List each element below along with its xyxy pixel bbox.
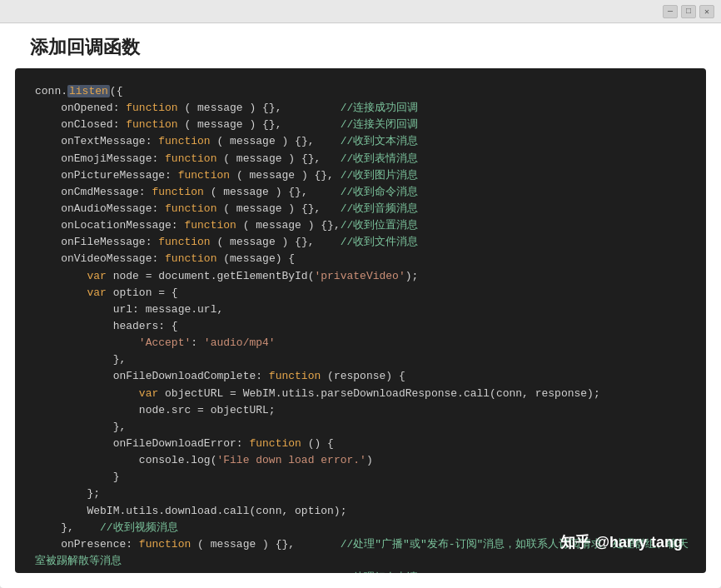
code-line-11: onVideoMessage: function (message) { xyxy=(35,251,686,267)
code-line-16: 'Accept': 'audio/mp4' xyxy=(35,335,686,351)
code-block: conn.listen({ onOpened: function ( messa… xyxy=(15,68,706,573)
code-line-22: onFileDownloadError: function () { xyxy=(35,436,686,452)
code-line-13: var option = { xyxy=(35,285,686,301)
code-line-24: } xyxy=(35,469,686,486)
close-button[interactable]: ✕ xyxy=(699,5,714,18)
code-line-8: onAudioMessage: function ( message ) {},… xyxy=(35,201,686,217)
titlebar-controls: — □ ✕ xyxy=(663,5,714,18)
code-line-9: onLocationMessage: function ( message ) … xyxy=(35,217,686,234)
watermark: 知乎 @harry tang xyxy=(560,531,683,555)
code-line-7: onCmdMessage: function ( message ) {}, /… xyxy=(35,184,686,201)
code-line-15: headers: { xyxy=(35,318,686,335)
maximize-button[interactable]: □ xyxy=(681,5,696,18)
page-title: 添加回调函数 xyxy=(0,23,721,68)
code-line-29: 室被踢解散等消息 xyxy=(35,553,686,570)
code-line-2: onOpened: function ( message ) {}, //连接成… xyxy=(35,100,686,117)
code-line-17: }, xyxy=(35,351,686,368)
code-line-12: var node = document.getElementById('priv… xyxy=(35,268,686,285)
code-line-23: console.log('File down load error.') xyxy=(35,452,686,469)
minimize-button[interactable]: — xyxy=(663,5,678,18)
code-line-26: WebIM.utils.download.call(conn, option); xyxy=(35,503,686,520)
code-line-14: url: message.url, xyxy=(35,301,686,318)
code-line-19: var objectURL = WebIM.utils.parseDownloa… xyxy=(35,386,686,402)
code-line-21: }, xyxy=(35,419,686,436)
code-line-6: onPictureMessage: function ( message ) {… xyxy=(35,167,686,184)
code-line-1: conn.listen({ xyxy=(35,83,686,100)
code-line-10: onFileMessage: function ( message ) {}, … xyxy=(35,234,686,251)
code-line-30: onRoster: function ( message ) {}, //处理好… xyxy=(35,570,686,573)
code-line-18: onFileDownloadComplete: function (respon… xyxy=(35,368,686,385)
code-line-25: }; xyxy=(35,486,686,502)
code-line-4: onTextMessage: function ( message ) {}, … xyxy=(35,133,686,150)
code-line-5: onEmojiMessage: function ( message ) {},… xyxy=(35,151,686,167)
code-line-3: onClosed: function ( message ) {}, //连接关… xyxy=(35,117,686,133)
titlebar: — □ ✕ xyxy=(0,0,721,23)
code-line-20: node.src = objectURL; xyxy=(35,402,686,419)
main-window: — □ ✕ 添加回调函数 conn.listen({ onOpened: fun… xyxy=(0,0,721,588)
